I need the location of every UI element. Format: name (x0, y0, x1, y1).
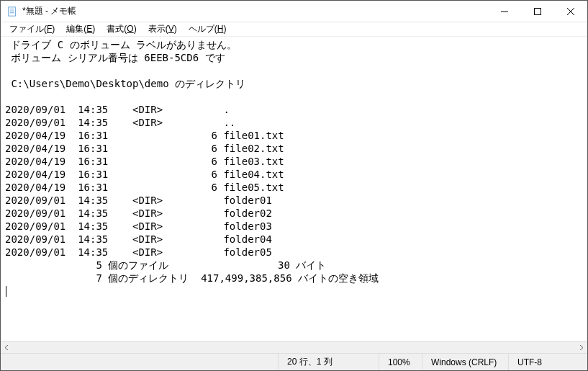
close-button[interactable] (554, 1, 587, 22)
horizontal-scrollbar[interactable] (1, 341, 587, 353)
caret (6, 286, 6, 297)
text-content: ドライブ C のボリューム ラベルがありません。 ボリューム シリアル番号は 6… (5, 39, 379, 284)
menu-edit[interactable]: 編集(E) (60, 22, 101, 36)
minimize-icon (501, 8, 508, 15)
scroll-right-button[interactable] (575, 341, 587, 353)
statusbar: 20 行、1 列 100% Windows (CRLF) UTF-8 (1, 353, 587, 370)
close-icon (567, 8, 574, 15)
titlebar: *無題 - メモ帳 (1, 1, 587, 22)
chevron-left-icon (4, 345, 9, 350)
window-title: *無題 - メモ帳 (22, 5, 76, 17)
minimize-button[interactable] (488, 1, 521, 22)
chevron-right-icon (579, 345, 584, 350)
menu-file[interactable]: ファイル(F) (4, 22, 60, 36)
maximize-button[interactable] (521, 1, 554, 22)
svg-rect-5 (535, 8, 541, 14)
status-eol: Windows (CRLF) (422, 354, 508, 370)
scroll-left-button[interactable] (1, 341, 13, 353)
menu-help[interactable]: ヘルプ(H) (183, 22, 232, 36)
text-area[interactable]: ドライブ C のボリューム ラベルがありません。 ボリューム シリアル番号は 6… (1, 37, 587, 341)
status-encoding: UTF-8 (508, 354, 587, 370)
maximize-icon (534, 8, 541, 15)
svg-rect-0 (9, 6, 16, 15)
statusbar-spacer (1, 354, 278, 370)
notepad-icon (6, 6, 18, 17)
status-position: 20 行、1 列 (278, 354, 379, 370)
menu-view[interactable]: 表示(V) (143, 22, 183, 36)
menu-format[interactable]: 書式(O) (101, 22, 142, 36)
menubar: ファイル(F) 編集(E) 書式(O) 表示(V) ヘルプ(H) (1, 22, 587, 37)
status-zoom: 100% (379, 354, 422, 370)
scroll-track[interactable] (13, 341, 575, 353)
